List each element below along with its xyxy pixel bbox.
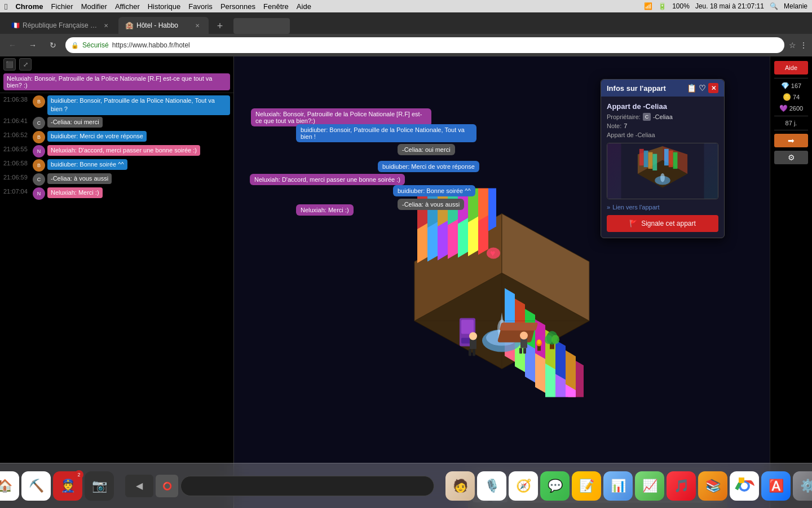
- address-right: ☆ ⋮: [789, 41, 807, 50]
- dock-contacts[interactable]: 🧑: [445, 471, 475, 501]
- dock-settings[interactable]: ⚙️: [793, 471, 812, 501]
- chrome-icon-svg: [734, 476, 754, 496]
- tab-placeholder: [233, 18, 290, 34]
- action-btn-3[interactable]: ⚙: [774, 151, 808, 164]
- game-area[interactable]: Neluxiah: Bonsoir, Patrouille de la Poli…: [234, 56, 770, 508]
- menu-personnes[interactable]: Personnes: [220, 2, 255, 11]
- svg-rect-67: [648, 152, 653, 169]
- tab-republique[interactable]: 🇫🇷 République Française de Hab... ✕: [5, 17, 117, 34]
- dock-chat-input-bar[interactable]: [180, 476, 434, 496]
- info-panel-close-button[interactable]: ✕: [708, 83, 718, 93]
- svg-point-79: [741, 483, 748, 489]
- note-row: Note: 7: [607, 122, 718, 129]
- chat-messages: 21:06:38 B buidiuber: Bonsoir, Patrouill…: [0, 93, 233, 508]
- stat-diamonds: 💎 167: [781, 82, 801, 90]
- svg-rect-14: [448, 219, 458, 259]
- apple-menu[interactable]: : [5, 2, 7, 11]
- stat-divider-2: [774, 116, 808, 116]
- svg-rect-71: [673, 152, 678, 169]
- svg-rect-15: [458, 218, 468, 257]
- tab-close-1[interactable]: ✕: [102, 21, 111, 30]
- stats-panel: Aide 💎 167 🪙 74 💜 2600 87 j. ➡ ⚙: [770, 56, 812, 508]
- svg-rect-25: [576, 361, 584, 397]
- avatar-buidiu-1: B: [33, 95, 45, 108]
- dock-badge: 2: [74, 470, 83, 479]
- msg-time-7: 21:07:04: [3, 188, 30, 195]
- dock-habbo-2[interactable]: 🏠: [0, 471, 19, 501]
- svg-rect-17: [478, 215, 488, 255]
- action-btn-2[interactable]: ➡: [774, 134, 808, 147]
- menu-historique[interactable]: Historique: [148, 2, 181, 11]
- new-tab-button[interactable]: +: [212, 18, 228, 34]
- msg-time-4: 21:06:55: [3, 146, 30, 152]
- link-text: Lien vers l'appart: [612, 204, 659, 211]
- tab-close-2[interactable]: ✕: [193, 21, 202, 30]
- menu-fichier[interactable]: Fichier: [51, 2, 73, 11]
- dock-appstore[interactable]: 🅰️: [761, 471, 791, 501]
- room-link[interactable]: » Lien vers l'appart: [607, 204, 718, 211]
- battery-percent: 100%: [672, 2, 690, 10]
- app-name[interactable]: Chrome: [15, 2, 43, 11]
- dock-circle-btn[interactable]: ⭕: [156, 475, 178, 497]
- game-bubble-buidiu-2: buidiuber: Merci de votre réponse: [378, 161, 479, 172]
- menu-aide[interactable]: Aide: [297, 2, 311, 11]
- svg-point-56: [545, 335, 553, 344]
- chat-icon-2[interactable]: ⤢: [19, 58, 32, 71]
- info-panel-fav-icon[interactable]: ♡: [699, 84, 706, 93]
- clock: Jeu. 18 mai à 21:07:11: [695, 2, 764, 10]
- pixels-value: 2600: [789, 105, 803, 112]
- svg-rect-70: [669, 151, 673, 167]
- svg-rect-52: [519, 348, 522, 354]
- chat-msg-7: 21:07:04 N Neluxiah: Merci :): [3, 187, 230, 200]
- info-panel-copy-icon[interactable]: 📋: [687, 84, 696, 93]
- chat-msg-top-neluxiah: Neluxiah: Bonsoir, Patrouille de la Poli…: [3, 73, 230, 90]
- dock-messages[interactable]: 💬: [540, 471, 570, 501]
- dock-habbo-3[interactable]: ⛏️: [21, 471, 51, 501]
- avatar-neluxiah-1: N: [33, 145, 45, 157]
- menu-afficher[interactable]: Afficher: [115, 2, 140, 11]
- svg-rect-11: [417, 224, 427, 263]
- dock-numbers[interactable]: 📈: [635, 471, 664, 501]
- lock-icon: 🔒: [71, 42, 79, 49]
- dock-music[interactable]: 🎵: [667, 471, 696, 501]
- tab-bar: 🇫🇷 République Française de Hab... ✕ 🏨 Hô…: [0, 12, 812, 34]
- menu-fenetre[interactable]: Fenêtre: [263, 2, 289, 11]
- svg-rect-16: [468, 217, 478, 256]
- info-panel-header: Infos sur l'appart 📋 ♡ ✕: [601, 80, 724, 97]
- url-bar[interactable]: 🔒 Sécurisé https://www.habbo.fr/hotel: [65, 37, 784, 53]
- aide-button[interactable]: Aide: [774, 61, 808, 75]
- reload-button[interactable]: ↻: [45, 37, 61, 53]
- stat-divider-3: [774, 130, 808, 130]
- dock-keynote[interactable]: 📊: [603, 471, 633, 501]
- dock-stickies[interactable]: 📝: [572, 471, 601, 501]
- chat-bubble-3: buidiuber: Merci de votre réponse: [47, 131, 147, 142]
- tab-habbo[interactable]: 🏨 Hôtel - Habbo ✕: [118, 17, 209, 34]
- diamond-icon: 💎: [781, 82, 789, 90]
- report-button[interactable]: 🚩 Signale cet appart: [607, 215, 718, 232]
- chat-panel: ⬛ ⤢ Neluxiah: Bonsoir, Patrouille de la …: [0, 56, 234, 508]
- owner-icon: C: [643, 113, 651, 121]
- bookmark-icon[interactable]: ☆: [789, 41, 796, 50]
- spotlight-icon[interactable]: 🔍: [770, 2, 778, 10]
- forward-button[interactable]: →: [25, 37, 41, 53]
- dock-section-1: 🔮 🏨 🏠 ⛏️ 👮 2 📷: [0, 471, 114, 501]
- svg-point-57: [551, 335, 559, 344]
- dock-safari[interactable]: 🧭: [509, 471, 538, 501]
- user-name[interactable]: Melanie: [784, 2, 807, 10]
- menu-favoris[interactable]: Favoris: [188, 2, 213, 11]
- flag-icon: 🚩: [629, 220, 638, 227]
- url-text: https://www.habbo.fr/hotel: [112, 41, 190, 49]
- dock-arrow-btn[interactable]: ◀: [125, 475, 153, 497]
- chat-icon-1[interactable]: ⬛: [3, 58, 16, 71]
- menu-modifier[interactable]: Modifier: [81, 2, 107, 11]
- dock-books[interactable]: 📚: [698, 471, 727, 501]
- back-button[interactable]: ←: [5, 37, 20, 53]
- dock-chrome[interactable]: [730, 471, 759, 501]
- dock-siri2[interactable]: 🎙️: [477, 471, 506, 501]
- svg-rect-44: [461, 320, 474, 334]
- dock-habbo-badge[interactable]: 👮 2: [53, 471, 82, 501]
- dock-camera[interactable]: 📷: [85, 471, 114, 501]
- settings-icon[interactable]: ⋮: [800, 41, 807, 50]
- svg-rect-12: [427, 222, 438, 261]
- svg-rect-53: [523, 348, 526, 354]
